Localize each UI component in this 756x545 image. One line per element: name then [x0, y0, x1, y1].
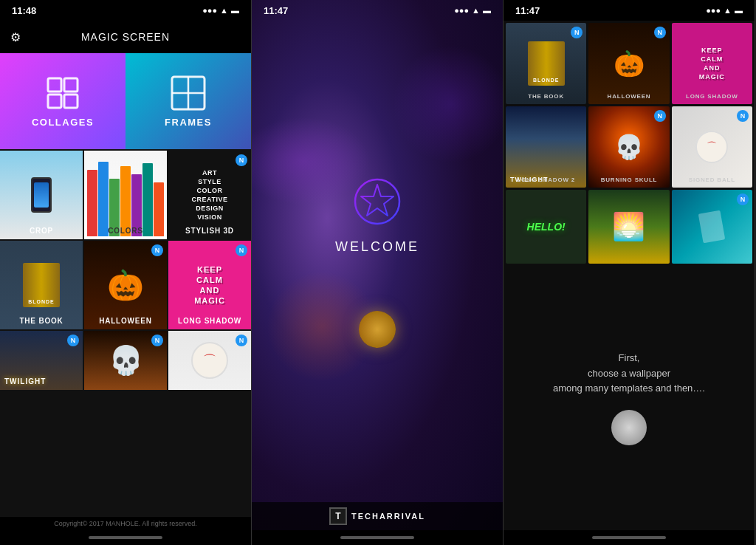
svg-rect-1 [64, 78, 78, 92]
home-bar-2 [340, 536, 414, 539]
blur-decoration-3 [392, 45, 504, 163]
new-badge: N [67, 335, 79, 346]
template-grid: CROP COLORS ART STYLE [0, 149, 251, 517]
status-bar-3: 11:47 ●●● ▲ ▬ [504, 0, 755, 21]
grid-row-3: TWILIGHT N 💀 N ⌒ N [0, 331, 251, 390]
p3-template-baseball[interactable]: ⌒ N SIGNED BALL [672, 106, 752, 188]
svg-rect-3 [64, 95, 78, 108]
panel3-start-button[interactable] [611, 410, 647, 445]
template-skull[interactable]: 💀 N [84, 331, 167, 390]
app-header: ⚙ MAGIC SCREEN [0, 21, 251, 53]
collages-button[interactable]: COLLAGES [0, 53, 126, 149]
home-indicator-1 [0, 530, 251, 545]
new-badge: N [151, 335, 163, 346]
template-twilight[interactable]: TWILIGHT N [0, 331, 83, 390]
instruction-line1: First, [619, 352, 640, 363]
panel-3: 11:47 ●●● ▲ ▬ BLONDE N THE BOOK 🎃 N HALL… [504, 0, 755, 545]
frames-button[interactable]: FRAMES [126, 53, 251, 149]
home-bar-3 [592, 536, 666, 539]
p3-template-teal[interactable]: N [672, 190, 752, 264]
new-badge: N [737, 193, 749, 205]
app-title: MAGIC SCREEN [81, 31, 170, 43]
blur-decoration-1 [252, 117, 370, 205]
p3-longshadow-label: LONG SHADOW [672, 93, 752, 100]
blur-decoration-2 [267, 271, 377, 382]
template-longshadow[interactable]: KEEP CALM AND MAGIC N LONG SHADOW [168, 241, 251, 329]
p3-book-label: THE BOOK [506, 93, 586, 100]
longshadow-label: LONG SHADOW [168, 317, 251, 325]
signal-icon-2: ●●● [454, 6, 469, 15]
status-bar-1: 11:48 ●●● ▲ ▬ [0, 0, 251, 21]
instruction-line3: among many templates and then…. [553, 383, 705, 394]
stylish3d-label: STYLISH 3D [168, 227, 251, 235]
pencils-visual [84, 151, 167, 239]
home-indicator-3 [504, 530, 755, 545]
template-halloween[interactable]: 🎃 N HALLOWEEN [84, 241, 167, 329]
template-stylish3d[interactable]: ART STYLE COLOR CREATIVE DESIGN VISION N… [168, 151, 251, 239]
home-bar [89, 536, 162, 539]
copyright-text: Copyright© 2017 MANHOLE. All rights rese… [54, 520, 197, 527]
grid-row-1: CROP COLORS ART STYLE [0, 151, 251, 239]
status-time-2: 11:47 [264, 5, 288, 16]
p3-baseball-label: SIGNED BALL [672, 176, 752, 183]
p3-template-halloween[interactable]: 🎃 N HALLOWEEN [588, 23, 669, 104]
frames-icon [171, 75, 206, 111]
hero-section: COLLAGES FRAMES [0, 53, 251, 149]
p3-template-hello[interactable]: HELLO! [506, 190, 586, 264]
status-time-3: 11:47 [515, 5, 540, 16]
techarrival-logo: T TECHARRIVAL [329, 507, 425, 525]
new-badge: N [654, 110, 666, 122]
template-crop[interactable]: CROP [0, 151, 83, 239]
techarrival-text: TECHARRIVAL [351, 512, 425, 521]
p3-skull-label: BURNING SKULL [588, 176, 669, 183]
book-label: THE BOOK [0, 317, 83, 325]
template-baseball[interactable]: ⌒ N [168, 331, 251, 390]
home-indicator-2 [252, 530, 503, 545]
halloween-label: HALLOWEEN [84, 317, 167, 325]
collages-label: COLLAGES [32, 117, 94, 128]
status-icons-3: ●●● ▲ ▬ [706, 6, 743, 15]
svg-rect-2 [48, 95, 61, 108]
battery-icon-3: ▬ [735, 6, 743, 15]
new-badge: N [151, 244, 163, 256]
ta-logo-icon: T [329, 507, 347, 525]
new-badge: N [737, 110, 749, 122]
p3-template-book[interactable]: BLONDE N THE BOOK [506, 23, 586, 104]
p3-template-skull[interactable]: 💀 N BURNING SKULL [588, 106, 669, 188]
grid-row-2: BLONDE THE BOOK 🎃 N HALLOWEEN KEEP CALM … [0, 241, 251, 329]
new-badge: N [236, 244, 247, 256]
collages-icon [45, 75, 80, 111]
techarrival-banner: T TECHARRIVAL [252, 502, 503, 530]
panel3-template-grid: BLONDE N THE BOOK 🎃 N HALLOWEEN KEEP CAL… [504, 21, 755, 266]
status-icons-1: ●●● ▲ ▬ [202, 6, 239, 15]
panel-2: 11:47 ●●● ▲ ▬ WELCOME T T [252, 0, 504, 545]
instruction-line2: choose a wallpaper [588, 368, 670, 379]
new-badge: N [654, 27, 666, 38]
crop-label: CROP [0, 227, 83, 235]
welcome-content: WELCOME [252, 21, 503, 502]
status-icons-2: ●●● ▲ ▬ [454, 6, 491, 15]
new-badge: N [236, 154, 247, 166]
svg-rect-0 [48, 78, 61, 92]
status-bar-2: 11:47 ●●● ▲ ▬ [252, 0, 503, 21]
template-book[interactable]: BLONDE THE BOOK [0, 241, 83, 329]
p3-halloween-label: HALLOWEEN [588, 93, 669, 100]
settings-icon[interactable]: ⚙ [10, 30, 21, 44]
p3-template-longshadow[interactable]: KEEP CALM AND MAGIC LONG SHADOW [672, 23, 752, 104]
wifi-icon-3: ▲ [724, 6, 732, 15]
new-badge: N [236, 335, 247, 346]
frames-label: FRAMES [165, 117, 212, 128]
template-colors[interactable]: COLORS [84, 151, 167, 239]
instruction-area: First, choose a wallpaper among many tem… [504, 266, 755, 530]
wifi-icon-2: ▲ [472, 6, 480, 15]
instruction-text: First, choose a wallpaper among many tem… [553, 351, 705, 397]
p3-twilight-label: LONG SHADOW 2 [506, 176, 586, 183]
wifi-icon: ▲ [220, 6, 228, 15]
status-time-1: 11:48 [12, 5, 36, 16]
p3-template-sun[interactable]: 🌅 [588, 190, 669, 264]
battery-icon: ▬ [231, 6, 239, 15]
welcome-text: WELCOME [335, 239, 419, 255]
p3-template-twilight[interactable]: TWILIGHT LONG SHADOW 2 [506, 106, 586, 188]
copyright-bar: Copyright© 2017 MANHOLE. All rights rese… [0, 517, 251, 530]
colors-label: COLORS [84, 227, 167, 235]
